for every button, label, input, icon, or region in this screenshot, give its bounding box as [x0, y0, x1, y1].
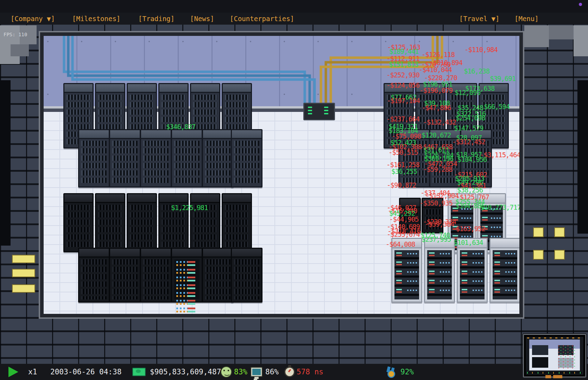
rack-cap [96, 84, 124, 93]
rack-cap [79, 249, 109, 258]
led-row [176, 291, 198, 298]
rack-panel [143, 141, 169, 184]
rack-cap [400, 199, 420, 208]
server-rack[interactable] [190, 193, 220, 252]
rack-panel [225, 205, 249, 249]
server-rack[interactable] [399, 198, 421, 233]
rack-panel [205, 259, 230, 299]
server-rack[interactable] [460, 129, 492, 188]
latency-value: 578 ns [297, 368, 323, 376]
server-rack[interactable] [202, 248, 234, 303]
decor-dash [553, 375, 562, 378]
server-rack[interactable] [158, 193, 189, 252]
rack-cap [423, 199, 442, 208]
server-rack[interactable] [429, 129, 461, 188]
server-rack[interactable] [231, 129, 263, 188]
rack-panel [205, 141, 230, 184]
menu-counterparties[interactable]: [Counterparties] [230, 15, 294, 23]
server-rack[interactable] [489, 238, 519, 303]
server-rack[interactable] [171, 248, 203, 303]
rack-cap [141, 130, 171, 139]
rack-cap [172, 249, 202, 258]
minimap-number-specks [558, 345, 576, 368]
menu-milestones[interactable]: [Milestones] [72, 15, 120, 23]
rack-panel [427, 250, 452, 299]
rack-cap [232, 249, 261, 258]
rack-panel [67, 205, 90, 249]
window-light [533, 227, 544, 237]
rack-panel [460, 250, 485, 299]
server-rack[interactable] [171, 129, 203, 188]
rack-cap [64, 194, 93, 203]
menu-travel[interactable]: [Travel ▼] [459, 15, 499, 23]
server-rack[interactable] [109, 248, 141, 303]
rack-cap [110, 249, 140, 258]
rack-cap [96, 194, 124, 203]
rack-cap [448, 84, 476, 93]
server-rack[interactable] [222, 193, 252, 252]
server-rack[interactable] [78, 129, 110, 188]
network-switch[interactable] [303, 103, 335, 120]
rack-cap [385, 84, 413, 93]
rack-panel [394, 250, 419, 299]
rack-cap [172, 130, 202, 139]
led-row [176, 307, 198, 314]
server-rack[interactable] [109, 129, 141, 188]
rack-cap [191, 84, 219, 93]
window-light [12, 255, 35, 263]
menu-menu[interactable]: [Menu] [514, 15, 539, 23]
rack-cap [392, 239, 421, 248]
rack-cap [232, 130, 261, 139]
server-rack[interactable] [391, 238, 422, 303]
server-rack[interactable] [231, 248, 263, 303]
rack-cap [159, 194, 188, 203]
rack-panel [193, 205, 217, 249]
menu-company[interactable]: [Company ▼] [11, 15, 55, 23]
rack-cap [191, 194, 219, 203]
wall-opening [0, 80, 11, 246]
rack-cap [430, 130, 460, 139]
rack-cap [458, 239, 487, 248]
server-rack[interactable] [422, 198, 443, 233]
rack-cap [128, 194, 156, 203]
server-rack[interactable] [140, 248, 172, 303]
smiley-face-icon [221, 366, 232, 378]
game-viewport[interactable]: $346,837$1,225,981-$125,163$189,441-$110… [39, 31, 524, 319]
wall-opening [577, 80, 588, 234]
play-button[interactable] [8, 367, 18, 377]
minimap[interactable] [523, 334, 586, 378]
rack-panel [234, 141, 259, 184]
minimap-menu-strip [527, 337, 582, 338]
speed-indicator[interactable]: x1 [28, 368, 37, 376]
datetime-label: 2003-06-26 04:38 [50, 368, 121, 376]
rack-cap [478, 194, 505, 204]
window-light [554, 250, 565, 260]
server-rack[interactable] [424, 238, 455, 303]
server-rack[interactable] [140, 129, 172, 188]
rack-cap [425, 239, 454, 248]
window-light [12, 269, 35, 277]
server-rack[interactable] [63, 193, 94, 252]
menu-news[interactable]: [News] [190, 15, 214, 23]
medal-icon [386, 367, 395, 377]
server-rack[interactable] [95, 193, 125, 252]
minimap-rack-blob [532, 357, 548, 368]
server-rack[interactable] [202, 129, 234, 188]
rack-cap [416, 84, 444, 93]
server-rack[interactable] [457, 238, 488, 303]
rack-panel [425, 209, 440, 230]
led-row [176, 284, 198, 290]
server-rack[interactable] [127, 193, 157, 252]
server-rack[interactable] [78, 248, 110, 303]
rack-cap [128, 84, 156, 93]
reputation-value: 92% [400, 368, 414, 376]
rack-cap [223, 84, 251, 93]
rack-cap [64, 84, 93, 93]
rack-panel [81, 141, 107, 184]
server-rack[interactable] [398, 129, 430, 188]
menu-trading[interactable]: [Trading] [138, 15, 175, 23]
rack-cap [491, 239, 519, 248]
switch-led [324, 107, 328, 108]
rack-panel [493, 250, 517, 299]
switch-led [324, 110, 328, 111]
